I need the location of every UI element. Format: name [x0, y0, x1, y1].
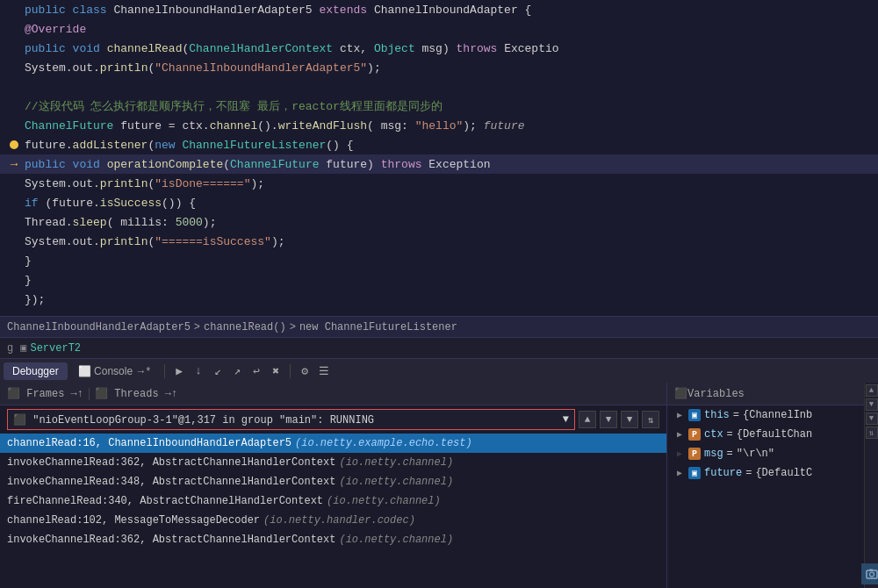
- toolbar-sep-2: [290, 364, 291, 378]
- code-line-16: });: [0, 290, 878, 309]
- stack-frame-1[interactable]: invokeChannelRead:362, AbstractChannelHa…: [0, 453, 666, 472]
- code-content-7: ChannelFuture future = ctx.channel().wri…: [21, 119, 878, 133]
- thread-filter[interactable]: ▼: [621, 411, 638, 428]
- code-line-14: }: [0, 251, 878, 270]
- svg-rect-0: [867, 570, 877, 578]
- run-to-cursor-icon[interactable]: ↩: [248, 362, 265, 380]
- camera-icon: [866, 568, 878, 580]
- stack-frame-0[interactable]: channelRead:16, ChannelInboundHandlerAda…: [0, 434, 666, 453]
- var-msg-value: "\r\n": [737, 448, 774, 460]
- dropdown-arrow-icon: ▼: [563, 413, 569, 426]
- scroll-up-btn[interactable]: ▲: [866, 384, 878, 397]
- breadcrumb-sep-2: >: [290, 321, 296, 333]
- code-content-15: }: [21, 274, 878, 287]
- stack-frame-5[interactable]: invokeChannelRead:362, AbstractChannelHa…: [0, 530, 666, 549]
- code-line-6: //这段代码 怎么执行都是顺序执行，不阻塞 最后，reactor线程里面都是同步…: [0, 97, 878, 116]
- code-line-4: System.out.println("ChannelInboundHandle…: [0, 58, 878, 77]
- frame-method-2: invokeChannelRead:348, AbstractChannelHa…: [7, 476, 335, 488]
- thread-nav-down[interactable]: ▼: [600, 411, 617, 428]
- server-name: ServerT2: [30, 342, 81, 355]
- breadcrumb-sep-1: >: [194, 321, 200, 333]
- screenshot-btn[interactable]: [861, 563, 879, 584]
- code-content-16: });: [21, 293, 878, 306]
- code-content-12: Thread.sleep( millis: 5000);: [21, 216, 878, 229]
- var-this-value: {ChannelInb: [743, 409, 812, 421]
- thread-selector-row: ⬛ "nioEventLoopGroup-3-1"@1,317 in group…: [7, 409, 659, 430]
- code-content-2: @Override: [21, 23, 878, 36]
- var-this[interactable]: ▶ ▣ this = {ChannelInb: [667, 405, 864, 425]
- stack-frame-4[interactable]: channelRead:102, MessageToMessageDecoder…: [0, 511, 666, 530]
- frame-pkg-2: (io.netty.channel): [339, 476, 453, 488]
- code-line-12: Thread.sleep( millis: 5000);: [0, 212, 878, 232]
- var-this-icon: ▣: [688, 409, 701, 421]
- code-line-10: System.out.println("isDone======");: [0, 174, 878, 193]
- svg-rect-2: [869, 570, 873, 571]
- resume-icon[interactable]: ▶: [170, 362, 188, 380]
- code-content-8: future.addListener(new ChannelFutureList…: [21, 139, 878, 152]
- var-msg[interactable]: ▶ P msg = "\r\n": [667, 444, 864, 463]
- scroll-sort-btn[interactable]: ⇅: [866, 427, 878, 439]
- layout-icon[interactable]: ☰: [315, 362, 333, 380]
- code-content-13: System.out.println("======isSuccess");: [21, 235, 878, 248]
- debugger-tabs: Debugger ⬜ Console →* ▶ ↓ ↙ ↗ ↩ ✖ ⚙ ☰: [0, 358, 878, 383]
- tab-debugger[interactable]: Debugger: [4, 362, 68, 380]
- variables-header: ⬛ Variables: [667, 383, 864, 405]
- code-line-3: public void channelRead(ChannelHandlerCo…: [0, 39, 878, 58]
- evaluate-icon[interactable]: ✖: [267, 362, 284, 380]
- var-future-expand[interactable]: ▶: [674, 468, 685, 478]
- code-content-1: public class ChannelInboundHandlerAdapte…: [21, 4, 878, 17]
- var-future-eq: =: [745, 467, 752, 479]
- thread-nav-up[interactable]: ▲: [579, 411, 596, 428]
- code-content-11: if (future.isSuccess()) {: [21, 197, 878, 210]
- scroll-down-btn[interactable]: ▼: [866, 398, 878, 411]
- var-ctx-eq: =: [727, 428, 733, 441]
- panel-sep: [89, 388, 90, 400]
- step-out-icon[interactable]: ↗: [228, 362, 246, 380]
- thread-nav-extra[interactable]: ⇅: [642, 411, 659, 428]
- console-icon: ⬜: [78, 365, 91, 377]
- step-into-icon[interactable]: ↙: [209, 362, 227, 380]
- variables-label: Variables: [687, 388, 745, 400]
- breadcrumb-bar: ChannelInboundHandlerAdapter5 > channelR…: [0, 316, 878, 337]
- code-line-8: future.addListener(new ChannelFutureList…: [0, 135, 878, 154]
- execution-arrow-icon: →: [11, 157, 18, 171]
- variables-icon: ⬛: [674, 387, 687, 400]
- code-line-11: if (future.isSuccess()) {: [0, 193, 878, 212]
- code-line-5: [0, 77, 878, 97]
- scroll-filter-btn[interactable]: ▼: [866, 412, 878, 425]
- server-label: ▣ ServerT2: [20, 341, 81, 355]
- var-this-name: this: [704, 409, 730, 421]
- var-ctx-expand[interactable]: ▶: [674, 429, 685, 440]
- threads-label[interactable]: ⬛ Threads →↑: [95, 387, 177, 400]
- stack-frame-2[interactable]: invokeChannelRead:348, AbstractChannelHa…: [0, 472, 666, 491]
- breadcrumb-method[interactable]: channelRead(): [204, 321, 286, 333]
- frame-pkg-3: (io.netty.channel): [327, 495, 441, 507]
- var-msg-icon: P: [688, 448, 701, 460]
- var-ctx-value: {DefaultChan: [737, 428, 812, 441]
- scroll-controls: ▲ ▼ ▼ ⇅: [864, 383, 878, 588]
- var-msg-expand: ▶: [674, 448, 685, 459]
- settings-icon[interactable]: ⚙: [296, 362, 313, 380]
- tab-console[interactable]: ⬜ Console →*: [69, 362, 159, 380]
- var-future[interactable]: ▶ ▣ future = {DefaultC: [667, 463, 864, 483]
- var-future-value: {DefaultC: [755, 467, 812, 479]
- var-ctx[interactable]: ▶ P ctx = {DefaultChan: [667, 425, 864, 444]
- yellow-breakpoint-dot: [10, 140, 18, 149]
- stack-frames-list: channelRead:16, ChannelInboundHandlerAda…: [0, 434, 666, 588]
- frames-label[interactable]: ⬛ Frames →↑: [7, 387, 83, 400]
- step-over-icon[interactable]: ↓: [190, 362, 207, 380]
- var-ctx-icon: P: [688, 428, 701, 441]
- bottom-panel: ⬛ Frames →↑ ⬛ Threads →↑ ⬛ "nioEventLoop…: [0, 383, 878, 588]
- frame-pkg-1: (io.netty.channel): [339, 456, 453, 469]
- threads-icon: ⬛: [95, 388, 108, 400]
- code-line-1: public class ChannelInboundHandlerAdapte…: [0, 0, 878, 19]
- code-line-15: }: [0, 270, 878, 290]
- var-future-icon: ▣: [688, 467, 701, 479]
- var-this-eq: =: [733, 409, 739, 421]
- breadcrumb-listener[interactable]: new ChannelFutureListener: [299, 321, 457, 333]
- stack-frame-3[interactable]: fireChannelRead:340, AbstractChannelHand…: [0, 491, 666, 511]
- breadcrumb-class[interactable]: ChannelInboundHandlerAdapter5: [7, 321, 191, 333]
- thread-dropdown[interactable]: ⬛ "nioEventLoopGroup-3-1"@1,317 in group…: [7, 409, 575, 430]
- svg-point-1: [869, 572, 874, 577]
- var-this-expand[interactable]: ▶: [674, 410, 685, 420]
